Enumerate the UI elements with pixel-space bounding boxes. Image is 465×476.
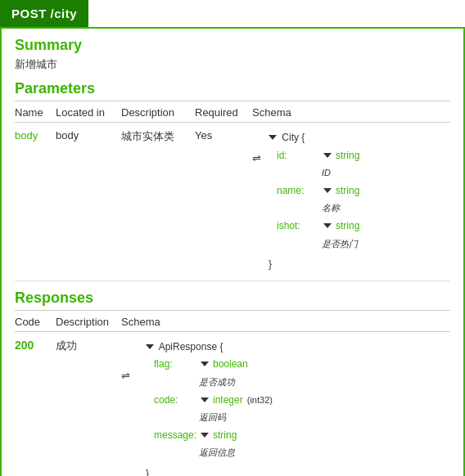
param-description: 城市实体类 — [121, 129, 195, 144]
col-header-required: Required — [195, 106, 252, 119]
summary-section: Summary 新增城市 — [15, 37, 450, 72]
resp-schema-model-line: ApiResponse { — [146, 339, 450, 357]
schema-collapse-arrow[interactable] — [269, 135, 277, 140]
schema-model-line: City { — [269, 129, 450, 147]
resp-col-description: Description — [56, 316, 121, 328]
resp-field-code: code: integer (int32) — [154, 392, 450, 410]
field-ishot-comment: 是否热门 — [322, 236, 450, 254]
parameters-section: Parameters Name Located in Description R… — [15, 80, 450, 281]
api-content: Summary 新增城市 Parameters Name Located in … — [0, 27, 465, 476]
schema-field-id: id: string — [277, 147, 450, 165]
api-path: /city — [51, 7, 78, 20]
field-message-comment: 返回信息 — [199, 444, 450, 462]
field-id-arrow[interactable] — [323, 153, 332, 158]
parameters-title: Parameters — [15, 80, 450, 97]
summary-title: Summary — [15, 37, 450, 54]
col-header-located: Located in — [56, 106, 121, 119]
field-flag-arrow[interactable] — [201, 361, 209, 366]
post-header: POST /city — [0, 0, 88, 27]
schema-close-brace: } — [269, 256, 450, 274]
field-flag-comment: 是否成功 — [199, 374, 450, 392]
http-method: POST — [11, 7, 47, 20]
resp-col-schema: Schema — [121, 316, 450, 328]
col-header-schema: Schema — [252, 106, 450, 119]
field-code-comment: 返回码 — [199, 409, 450, 427]
response-row-200: 200 成功 ⇌ ApiResponse { flag: boolean — [15, 332, 450, 476]
field-code-arrow[interactable] — [201, 397, 209, 402]
param-name: body — [15, 129, 56, 141]
resp-schema-close-brace: } — [146, 465, 450, 476]
parameters-header: Name Located in Description Required Sch… — [15, 101, 450, 123]
resp-schema-collapse-arrow[interactable] — [146, 344, 154, 349]
param-located: body — [56, 129, 121, 141]
response-description: 成功 — [56, 339, 121, 353]
responses-section: Responses Code Description Schema 200 成功… — [15, 290, 450, 476]
responses-header: Code Description Schema — [15, 310, 450, 332]
param-exchange-icon: ⇌ — [252, 129, 269, 164]
field-ishot-arrow[interactable] — [323, 223, 332, 228]
resp-col-code: Code — [15, 316, 56, 328]
field-name-comment: 名称 — [322, 200, 450, 218]
response-schema: ApiResponse { flag: boolean 是否成功 code: — [146, 339, 450, 476]
param-schema: City { id: string ID name: string — [269, 129, 450, 274]
col-header-description: Description — [121, 106, 195, 119]
field-id-comment: ID — [322, 164, 450, 182]
responses-title: Responses — [15, 290, 450, 307]
response-code: 200 — [15, 339, 56, 352]
schema-field-name: name: string — [277, 182, 450, 200]
schema-field-ishot: ishot: string — [277, 218, 450, 236]
col-header-name: Name — [15, 106, 56, 119]
parameter-row: body body 城市实体类 Yes ⇌ City { id: string — [15, 123, 450, 281]
summary-description: 新增城市 — [15, 57, 450, 72]
resp-field-flag: flag: boolean — [154, 356, 450, 374]
field-message-arrow[interactable] — [201, 433, 209, 438]
param-required: Yes — [195, 129, 252, 141]
resp-field-message: message: string — [154, 427, 450, 445]
field-name-arrow[interactable] — [323, 188, 332, 193]
response-exchange-icon: ⇌ — [121, 339, 146, 382]
